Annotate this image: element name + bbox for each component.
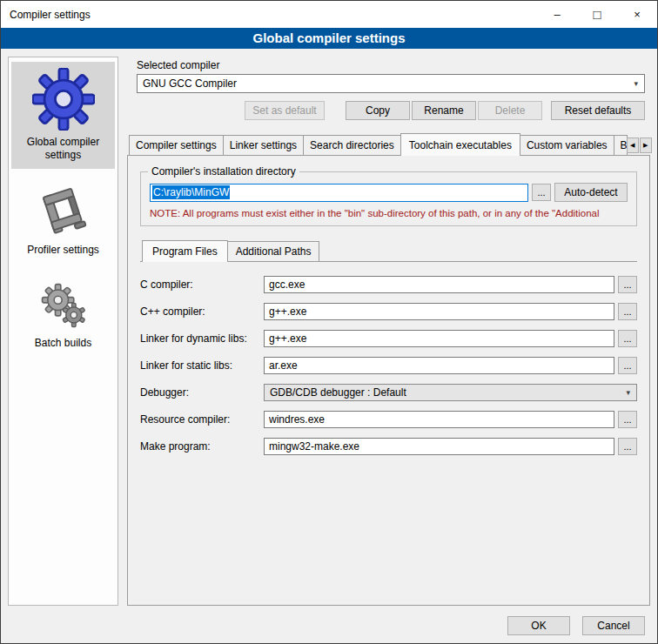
sidebar-item-global-compiler-settings[interactable]: Global compiler settings xyxy=(11,62,115,169)
settings-sidebar: Global compiler settings Profiler se xyxy=(8,57,118,606)
install-dir-group-title: Compiler's installation directory xyxy=(148,165,299,178)
make-program-input[interactable] xyxy=(264,438,614,455)
c-compiler-label: C compiler: xyxy=(140,278,264,291)
delete-button[interactable]: Delete xyxy=(478,101,542,120)
dialog-footer: OK Cancel xyxy=(1,606,657,643)
compiler-actions: Set as default Copy Rename Delete Reset … xyxy=(137,101,645,120)
dialog-header: Global compiler settings xyxy=(1,28,657,49)
set-as-default-button[interactable]: Set as default xyxy=(245,101,325,120)
linker-static-input[interactable] xyxy=(264,357,614,374)
tab-compiler-settings[interactable]: Compiler settings xyxy=(129,135,224,155)
maximize-icon: □ xyxy=(593,7,601,22)
auto-detect-button[interactable]: Auto-detect xyxy=(554,183,628,202)
resource-compiler-browse-button[interactable]: ... xyxy=(618,411,637,428)
make-program-label: Make program: xyxy=(140,440,264,453)
linker-static-label: Linker for static libs: xyxy=(140,359,264,372)
selected-compiler-value: GNU GCC Compiler xyxy=(143,77,237,90)
main-panel: Selected compiler GNU GCC Compiler ▾ Set… xyxy=(127,57,650,606)
minimize-button[interactable]: – xyxy=(537,1,577,28)
install-dir-browse-button[interactable]: ... xyxy=(532,184,551,201)
selected-compiler-label: Selected compiler xyxy=(137,59,650,71)
selected-compiler-select[interactable]: GNU GCC Compiler ▾ xyxy=(137,74,645,93)
debugger-select[interactable]: GDB/CDB debugger : Default ▾ xyxy=(264,384,637,401)
blue-gear-icon xyxy=(13,68,113,131)
clamp-tool-icon xyxy=(13,186,113,238)
tab-build-options[interactable]: Buil xyxy=(614,135,628,155)
minimize-icon: – xyxy=(554,8,560,21)
tab-scroll-right-button[interactable]: ▶ xyxy=(640,138,652,153)
close-button[interactable]: × xyxy=(617,1,657,28)
chevron-down-icon: ▾ xyxy=(629,79,642,88)
window-controls: – □ × xyxy=(537,1,657,28)
install-dir-note: NOTE: All programs must exist either in … xyxy=(150,208,628,218)
sidebar-item-profiler-settings[interactable]: Profiler settings xyxy=(11,180,115,264)
make-program-browse-button[interactable]: ... xyxy=(618,438,637,455)
gray-gears-icon xyxy=(13,281,113,332)
titlebar: Compiler settings – □ × xyxy=(1,1,657,28)
close-icon: × xyxy=(634,8,641,21)
sidebar-item-label: Profiler settings xyxy=(13,244,113,257)
linker-dynamic-browse-button[interactable]: ... xyxy=(618,330,637,347)
c-compiler-input[interactable] xyxy=(264,276,614,293)
debugger-label: Debugger: xyxy=(140,386,264,399)
cpp-compiler-input[interactable] xyxy=(264,303,614,320)
tab-linker-settings[interactable]: Linker settings xyxy=(223,135,304,155)
copy-button[interactable]: Copy xyxy=(346,101,410,120)
rename-button[interactable]: Rename xyxy=(412,101,476,120)
subtab-additional-paths[interactable]: Additional Paths xyxy=(227,241,320,261)
cancel-button[interactable]: Cancel xyxy=(582,616,645,635)
debugger-select-value: GDB/CDB debugger : Default xyxy=(270,386,406,399)
tab-search-directories[interactable]: Search directories xyxy=(303,135,401,155)
maximize-button[interactable]: □ xyxy=(577,1,617,28)
cpp-compiler-browse-button[interactable]: ... xyxy=(618,303,637,320)
ok-button[interactable]: OK xyxy=(507,616,570,635)
c-compiler-browse-button[interactable]: ... xyxy=(618,276,637,293)
tab-scroll-left-button[interactable]: ◀ xyxy=(627,138,639,153)
linker-dynamic-input[interactable] xyxy=(264,330,614,347)
sidebar-item-batch-builds[interactable]: Batch builds xyxy=(11,275,115,357)
sidebar-item-label: Batch builds xyxy=(13,337,113,350)
tab-custom-variables[interactable]: Custom variables xyxy=(520,135,614,155)
install-dir-groupbox: Compiler's installation directory C:\ray… xyxy=(140,171,637,226)
install-dir-selected-text: C:\raylib\MinGW xyxy=(152,185,230,199)
tab-scroll-buttons: ◀ ▶ xyxy=(627,138,652,155)
toolchain-subtabbar: Program Files Additional Paths xyxy=(142,240,637,261)
tab-toolchain-executables[interactable]: Toolchain executables xyxy=(400,133,520,156)
reset-defaults-button[interactable]: Reset defaults xyxy=(551,101,645,120)
sidebar-item-label: Global compiler settings xyxy=(13,136,113,162)
settings-tabbar: Compiler settings Linker settings Search… xyxy=(129,133,650,155)
install-dir-input[interactable]: C:\raylib\MinGW xyxy=(150,184,528,202)
linker-dynamic-label: Linker for dynamic libs: xyxy=(140,332,264,345)
window-title: Compiler settings xyxy=(1,9,91,21)
linker-static-browse-button[interactable]: ... xyxy=(618,357,637,374)
resource-compiler-label: Resource compiler: xyxy=(140,413,264,426)
cpp-compiler-label: C++ compiler: xyxy=(140,305,264,318)
resource-compiler-input[interactable] xyxy=(264,411,614,428)
toolchain-executables-page: Compiler's installation directory C:\ray… xyxy=(127,155,650,606)
subtab-program-files[interactable]: Program Files xyxy=(142,240,228,262)
chevron-down-icon: ▾ xyxy=(621,388,634,397)
program-files-page: C compiler: ... C++ compiler: ... xyxy=(140,261,637,455)
compiler-settings-window: Compiler settings – □ × Global compiler … xyxy=(0,0,658,644)
